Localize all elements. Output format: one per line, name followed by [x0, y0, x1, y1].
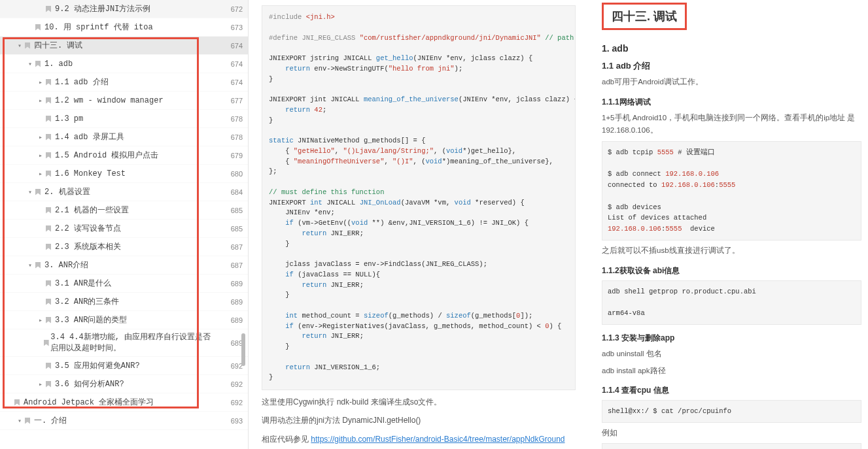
- toc-item-label: 3.3 ANR问题的类型: [55, 314, 127, 325]
- expand-arrow-icon[interactable]: ▸: [37, 133, 44, 141]
- toc-page-num: 687: [217, 243, 248, 251]
- toc-row-12[interactable]: 2.2 读写设备节点685: [0, 220, 248, 238]
- toc-item-label: 3.2 ANR的三条件: [55, 296, 119, 307]
- toc-sidebar: 9.2 动态注册JNI方法示例67210. 用 sprintf 代替 itoa6…: [0, 0, 249, 449]
- toc-item-label: 1.1 adb 介绍: [55, 76, 109, 88]
- toc-page-num: 674: [217, 78, 248, 86]
- toc-item-label: 1.3 pm: [55, 114, 83, 124]
- bookmark-icon: [44, 207, 52, 214]
- expand-arrow-icon[interactable]: ▸: [37, 170, 44, 178]
- code-cpuinfo1: shell@xx:/ $ cat /proc/cpuinfo: [602, 400, 861, 423]
- right-h4-1: 1.1.1网络调试: [602, 97, 861, 108]
- sidebar-scrollbar[interactable]: [241, 333, 245, 366]
- expand-arrow-icon[interactable]: ▾: [26, 261, 34, 269]
- toc-row-22[interactable]: ▾一. 介绍693: [0, 412, 248, 430]
- toc-row-16[interactable]: 3.2 ANR的三条件689: [0, 293, 248, 311]
- toc-item-label: 1.2 wm - window manager: [55, 96, 164, 105]
- bookmark-icon: [43, 339, 48, 347]
- toc-item-label: 2.3 系统版本相关: [55, 241, 121, 252]
- bookmark-icon: [44, 133, 52, 141]
- bookmark-icon: [44, 78, 52, 86]
- right-column: 四十三. 调试 1. adb 1.1 adb 介绍 adb可用于Android调…: [589, 0, 868, 449]
- bookmark-icon: [44, 316, 52, 324]
- toc-row-3[interactable]: ▾1. adb674: [0, 55, 248, 73]
- bookmark-icon: [34, 188, 42, 196]
- right-t3: 之后就可以不插usb线直接进行调试了。: [602, 244, 861, 258]
- mid-p1: 这里使用Cygwin执行 ndk-build 来编译生成so文件。: [262, 395, 576, 408]
- toc-item-label: 3.1 ANR是什么: [55, 278, 111, 289]
- toc-item-label: 1.4 adb 录屏工具: [55, 131, 124, 142]
- right-t4: adb uninstall 包名: [602, 348, 861, 361]
- right-h3: 1.1 adb 介绍: [602, 60, 861, 72]
- right-h4-2: 1.1.2获取设备 abi信息: [602, 265, 861, 276]
- toc-page-num: 692: [217, 380, 248, 388]
- expand-arrow-icon[interactable]: ▾: [16, 417, 24, 425]
- toc-row-19[interactable]: 3.5 应用如何避免ANR?692: [0, 357, 248, 375]
- toc-row-6[interactable]: 1.3 pm678: [0, 110, 248, 128]
- toc-item-label: 3. ANR介绍: [44, 259, 88, 271]
- code-block-jni: #include <jni.h> #define JNI_REG_CLASS "…: [262, 5, 576, 390]
- toc-row-4[interactable]: ▸1.1 adb 介绍674: [0, 73, 248, 91]
- bookmark-icon: [44, 298, 52, 306]
- right-t2: 1+5手机 Android10，手机和电脑连接到同一个网络。查看手机的ip地址 …: [602, 112, 861, 137]
- toc-page-num: 692: [217, 399, 248, 407]
- expand-arrow-icon[interactable]: ▸: [37, 380, 44, 388]
- toc-row-17[interactable]: ▸3.3 ANR问题的类型689: [0, 311, 248, 329]
- bookmark-icon: [34, 24, 42, 31]
- toc-row-9[interactable]: ▸1.6 Monkey Test680: [0, 165, 248, 183]
- toc-item-label: 1. adb: [44, 59, 73, 69]
- toc-row-14[interactable]: ▾3. ANR介绍687: [0, 256, 248, 274]
- toc-row-15[interactable]: 3.1 ANR是什么689: [0, 274, 248, 293]
- bookmark-icon: [44, 225, 52, 233]
- expand-arrow-icon[interactable]: ▾: [16, 42, 24, 50]
- toc-row-21[interactable]: Android Jetpack 全家桶全面学习692: [0, 393, 248, 412]
- toc-page-num: 689: [217, 298, 248, 306]
- expand-arrow-icon[interactable]: ▸: [37, 78, 44, 86]
- toc-page-num: 685: [217, 207, 248, 214]
- toc-row-1[interactable]: 10. 用 sprintf 代替 itoa673: [0, 18, 248, 37]
- toc-page-num: 677: [217, 97, 248, 105]
- toc-row-5[interactable]: ▸1.2 wm - window manager677: [0, 91, 248, 110]
- toc-row-18[interactable]: 3.4 4.4新增功能, 由应用程序自行设置是否启用以及超时时间。689: [0, 329, 248, 357]
- toc-item-label: 一. 介绍: [34, 415, 67, 426]
- expand-arrow-icon[interactable]: ▾: [26, 188, 34, 196]
- highlight-box-title: 四十三. 调试: [602, 3, 687, 30]
- toc-row-11[interactable]: 2.1 机器的一些设置685: [0, 201, 248, 220]
- expand-arrow-icon[interactable]: ▸: [37, 97, 44, 105]
- right-t6: 例如: [602, 427, 861, 440]
- code-adb-tcpip: $ adb tcpip 5555 # 设置端口 $ adb connect 19…: [602, 141, 861, 241]
- expand-arrow-icon[interactable]: ▸: [37, 316, 44, 324]
- toc-page-num: 689: [217, 316, 248, 324]
- expand-arrow-icon[interactable]: ▾: [26, 60, 34, 68]
- toc-item-label: 3.4 4.4新增功能, 由应用程序自行设置是否启用以及超时时间。: [50, 332, 217, 354]
- right-t1: adb可用于Android调试工作。: [602, 76, 861, 89]
- toc-item-label: 2.1 机器的一些设置: [55, 205, 129, 216]
- toc-row-10[interactable]: ▾2. 机器设置684: [0, 183, 248, 201]
- toc-page-num: 689: [217, 280, 248, 288]
- toc-row-0[interactable]: 9.2 动态注册JNI方法示例672: [0, 0, 248, 18]
- code-cpuinfo2: $ adb shell cat /proc/cpuinfo Processor …: [602, 443, 861, 449]
- bookmark-icon: [44, 170, 52, 178]
- toc-row-2[interactable]: ▾四十三. 调试674: [0, 37, 248, 55]
- toc-item-label: 3.5 应用如何避免ANR?: [55, 360, 140, 371]
- bookmark-icon: [44, 5, 52, 13]
- bookmark-icon: [13, 399, 21, 407]
- toc-row-13[interactable]: 2.3 系统版本相关687: [0, 238, 248, 256]
- code-abi: adb shell getprop ro.product.cpu.abi arm…: [602, 280, 861, 325]
- toc-page-num: 684: [217, 188, 248, 196]
- toc-row-7[interactable]: ▸1.4 adb 录屏工具678: [0, 128, 248, 146]
- toc-row-20[interactable]: ▸3.6 如何分析ANR?692: [0, 375, 248, 393]
- toc-item-label: 9.2 动态注册JNI方法示例: [55, 3, 150, 14]
- github-link[interactable]: https://github.com/RustFisher/android-Ba…: [311, 435, 564, 444]
- bookmark-icon: [24, 42, 31, 50]
- toc-page-num: 679: [217, 152, 248, 159]
- toc-page-num: 673: [217, 24, 248, 31]
- bookmark-icon: [44, 115, 52, 123]
- toc-row-8[interactable]: ▸1.5 Android 模拟用户点击679: [0, 146, 248, 165]
- expand-arrow-icon[interactable]: ▸: [37, 152, 44, 159]
- toc-item-label: 2. 机器设置: [44, 186, 90, 197]
- toc-page-num: 678: [217, 115, 248, 123]
- mid-p3: 相应代码参见 https://github.com/RustFisher/and…: [262, 433, 576, 446]
- bookmark-icon: [44, 380, 52, 388]
- bookmark-icon: [24, 417, 31, 425]
